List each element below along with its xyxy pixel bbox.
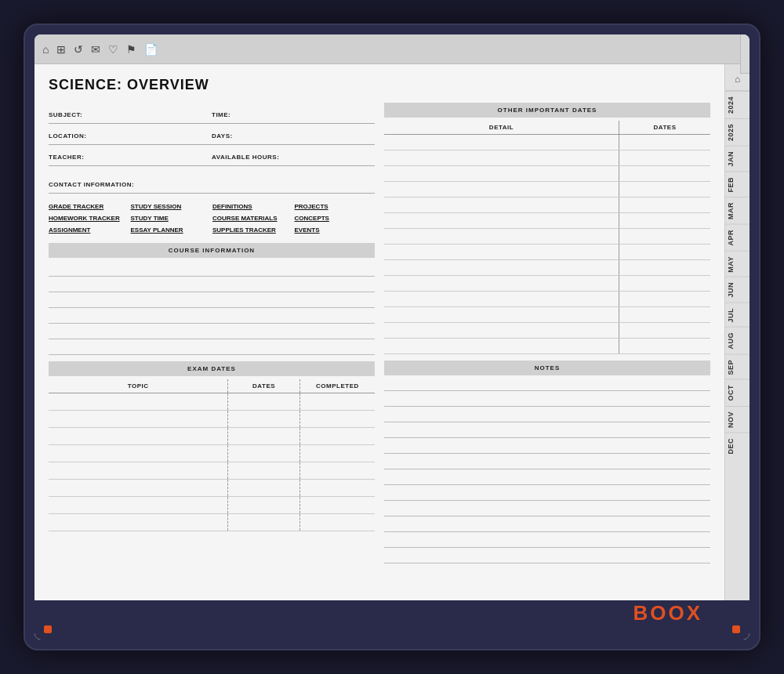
table-row — [384, 150, 710, 166]
right-sidebar: ⌂ 2024 2025 JAN FEB MAR APR MAY JUN JUL … — [724, 64, 750, 600]
nav-study-time[interactable]: STUDY TIME — [131, 213, 212, 223]
nav-definitions[interactable]: DEFINITIONS — [212, 201, 293, 212]
time-field: TIME: — [212, 103, 375, 124]
sidebar-item-feb[interactable]: FEB — [725, 172, 750, 197]
sidebar-item-jan[interactable]: JAN — [725, 146, 750, 172]
toolbar: ⌂ ⊞ ↺ ✉ ♡ ⚑ 📄 — [34, 34, 750, 64]
table-row — [384, 307, 710, 323]
hours-field: AVAILABLE HOURS: — [212, 145, 375, 166]
table-row — [384, 339, 710, 354]
exam-dates-table: TOPIC DATES COMPLETED — [49, 379, 375, 531]
sidebar-item-nov[interactable]: NOV — [725, 406, 750, 433]
notes-line-10 — [384, 516, 710, 532]
sidebar-item-2024[interactable]: 2024 — [725, 91, 750, 118]
device-screen: ⌂ ⊞ ↺ ✉ ♡ ⚑ 📄 SCIENCE: OVERVIEW — [34, 34, 750, 640]
course-line-4 — [49, 308, 375, 324]
sidebar-item-jun[interactable]: JUN — [725, 277, 750, 303]
table-row — [49, 497, 375, 514]
teacher-field: TEACHER: — [49, 145, 212, 166]
grid-icon[interactable]: ⊞ — [56, 43, 66, 56]
page-title: SCIENCE: OVERVIEW — [49, 77, 710, 93]
document-icon[interactable]: 📄 — [144, 43, 158, 56]
dates-col-header: DATES — [619, 121, 710, 135]
info-fields: SUBJECT: TIME: LOCATION: DAYS: — [49, 103, 375, 166]
nav-supplies-tracker[interactable]: SUPPLIES TRACKER — [212, 225, 293, 235]
contact-field: CONTACT INFORMATION: — [49, 172, 375, 194]
table-row — [384, 182, 710, 197]
mail-icon[interactable]: ✉ — [91, 43, 100, 56]
sidebar-item-oct[interactable]: OCT — [725, 379, 750, 406]
course-line-5 — [49, 324, 375, 339]
notes-line-4 — [384, 422, 710, 438]
notes-line-8 — [384, 485, 710, 501]
notes-line-5 — [384, 438, 710, 454]
nav-concepts[interactable]: CONCEPTS — [295, 213, 376, 223]
table-row — [49, 480, 375, 497]
notes-line-1 — [384, 375, 710, 391]
sidebar-item-apr[interactable]: APR — [725, 224, 750, 251]
page-content: SCIENCE: OVERVIEW SUBJECT: TIME: — [34, 64, 724, 600]
table-row — [49, 393, 375, 411]
other-dates-header: OTHER IMPORTANT DATES — [384, 103, 710, 118]
orange-corner-right — [732, 625, 740, 633]
exam-topic-header: TOPIC — [49, 379, 228, 393]
refresh-icon[interactable]: ↺ — [74, 43, 83, 56]
sidebar-item-jul[interactable]: JUL — [725, 303, 750, 328]
table-row — [384, 229, 710, 245]
detail-col-header: DETAIL — [384, 121, 619, 135]
course-info-lines — [49, 261, 375, 355]
notes-line-6 — [384, 454, 710, 469]
days-label: DAYS: — [212, 132, 233, 140]
scrollbar[interactable] — [740, 34, 750, 74]
teacher-label: TEACHER: — [49, 154, 84, 161]
table-row — [384, 245, 710, 260]
notes-line-9 — [384, 501, 710, 516]
location-field: LOCATION: — [49, 124, 212, 145]
sidebar-item-dec[interactable]: DEC — [725, 433, 750, 459]
other-dates-table: DETAIL DATES — [384, 121, 710, 354]
boox-logo: BOOX — [633, 601, 702, 625]
nav-grade-tracker[interactable]: GRADE TRACKER — [49, 201, 129, 212]
nav-projects[interactable]: PROJECTS — [295, 201, 376, 212]
nav-links: GRADE TRACKER STUDY SESSION DEFINITIONS … — [49, 201, 375, 235]
device-frame: ⌂ ⊞ ↺ ✉ ♡ ⚑ 📄 SCIENCE: OVERVIEW — [24, 24, 760, 650]
time-label: TIME: — [212, 111, 230, 118]
notes-line-3 — [384, 407, 710, 422]
notes-line-7 — [384, 469, 710, 485]
exam-completed-header: COMPLETED — [299, 379, 375, 393]
table-row — [384, 260, 710, 276]
heart-icon[interactable]: ♡ — [108, 43, 118, 56]
sidebar-item-mar[interactable]: MAR — [725, 197, 750, 224]
flag-icon[interactable]: ⚑ — [126, 43, 136, 56]
nav-essay-planner[interactable]: ESSAY PLANNER — [131, 225, 212, 235]
main-area: SCIENCE: OVERVIEW SUBJECT: TIME: — [34, 64, 750, 600]
table-row — [49, 462, 375, 480]
nav-study-session[interactable]: STUDY SESSION — [131, 201, 212, 212]
right-column: OTHER IMPORTANT DATES DETAIL DATES — [384, 103, 710, 563]
table-row — [384, 213, 710, 229]
notes-area — [384, 375, 710, 563]
subject-label: SUBJECT: — [49, 111, 82, 118]
course-line-2 — [49, 277, 375, 292]
sidebar-item-may[interactable]: MAY — [725, 251, 750, 277]
hours-label: AVAILABLE HOURS: — [212, 154, 279, 161]
table-row — [49, 411, 375, 428]
table-row — [384, 276, 710, 292]
nav-events[interactable]: EVENTS — [295, 225, 376, 235]
bottom-bar: BOOX — [34, 600, 750, 640]
nav-assignment[interactable]: ASSIGNMENT — [49, 225, 129, 235]
course-line-3 — [49, 292, 375, 308]
table-row — [49, 514, 375, 531]
sidebar-item-2025[interactable]: 2025 — [725, 118, 750, 146]
home-icon[interactable]: ⌂ — [42, 43, 49, 56]
sidebar-item-sep[interactable]: SEP — [725, 354, 750, 380]
exam-dates-col-header: DATES — [228, 379, 300, 393]
nav-course-materials[interactable]: COURSE MATERIALS — [212, 213, 293, 223]
table-row — [384, 292, 710, 307]
nav-homework-tracker[interactable]: HOMEWORK TRACKER — [49, 213, 129, 223]
location-label: LOCATION: — [49, 132, 86, 140]
left-column: SUBJECT: TIME: LOCATION: DAYS: — [49, 103, 375, 563]
sidebar-item-aug[interactable]: AUG — [725, 327, 750, 354]
days-field: DAYS: — [212, 124, 375, 145]
orange-corner-left — [44, 625, 52, 633]
